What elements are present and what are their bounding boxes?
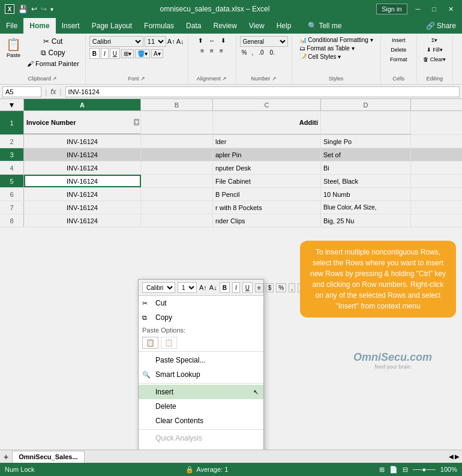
cell-d5[interactable]: Steel, Black	[321, 175, 411, 187]
cell-d4[interactable]: Bi	[321, 161, 411, 174]
cell-a2[interactable]: INV-16124	[24, 135, 141, 148]
cell-a4[interactable]: INV-16124	[24, 161, 141, 174]
font-color-button[interactable]: A▾	[151, 49, 163, 58]
ctx-grow-icon[interactable]: A↑	[199, 284, 207, 291]
italic-button[interactable]: I	[101, 48, 109, 59]
view-layout-icon[interactable]: 📄	[389, 466, 398, 474]
cell-c2[interactable]: lder	[213, 135, 321, 148]
dropdown-icon-a1[interactable]: ▾	[134, 119, 139, 125]
cell-b4[interactable]	[141, 161, 213, 174]
paste-icon-1[interactable]: 📋	[142, 337, 158, 349]
cell-b8[interactable]	[141, 214, 213, 227]
scroll-left-btn[interactable]: ◀	[449, 453, 454, 460]
cell-a1[interactable]: Invoice Number ▾	[24, 111, 141, 134]
cell-b6[interactable]	[141, 188, 213, 200]
row-num-7[interactable]: 7	[0, 201, 24, 214]
tab-page-layout[interactable]: Page Layout	[86, 18, 138, 34]
cell-d8[interactable]: Big, 25 Nu	[321, 214, 411, 227]
ctx-comma-button[interactable]: ,	[289, 283, 295, 292]
ctx-cut[interactable]: ✂ Cut	[139, 296, 263, 310]
cell-c7[interactable]: r with 8 Pockets	[213, 201, 321, 214]
col-header-c[interactable]: C	[213, 99, 321, 110]
delete-cells-button[interactable]: Delete	[388, 46, 409, 54]
new-sheet-btn[interactable]: +	[0, 452, 12, 462]
comma-button[interactable]: ,	[250, 49, 255, 56]
row-num-6[interactable]: 6	[0, 188, 24, 200]
name-box[interactable]	[2, 86, 41, 97]
ctx-delete[interactable]: Delete	[139, 399, 263, 414]
restore-btn[interactable]: □	[428, 4, 440, 14]
ctx-clear-contents[interactable]: Clear Contents	[139, 414, 263, 428]
row-num-2[interactable]: 2	[0, 135, 24, 148]
cell-c8[interactable]: nder Clips	[213, 214, 321, 227]
cut-button[interactable]: ✂ Cut	[25, 36, 82, 47]
cell-a5[interactable]: INV-16124	[24, 175, 141, 187]
format-cells-button[interactable]: Format	[388, 55, 410, 64]
cell-c4[interactable]: nputer Desk	[213, 161, 321, 174]
bold-button[interactable]: B	[89, 48, 100, 59]
cell-b3[interactable]	[141, 148, 213, 161]
row-num-5[interactable]: 5	[0, 175, 24, 187]
cell-b7[interactable]	[141, 201, 213, 214]
ctx-bold-button[interactable]: B	[220, 282, 230, 293]
minimize-btn[interactable]: ─	[412, 4, 424, 14]
tab-tell-me[interactable]: 🔍 Tell me	[302, 18, 347, 34]
quick-save[interactable]: 💾	[18, 5, 28, 14]
font-family-select[interactable]: Calibri	[89, 36, 143, 47]
ctx-filter[interactable]: Filter ▶	[139, 445, 263, 450]
shrink-font-icon[interactable]: A↓	[176, 38, 184, 45]
underline-button[interactable]: U	[110, 48, 120, 59]
align-bottom-button[interactable]: ⬇	[218, 36, 228, 45]
view-normal-icon[interactable]: ⊞	[379, 466, 385, 474]
tab-review[interactable]: Review	[207, 18, 242, 34]
align-center-button[interactable]: ≡	[208, 46, 216, 55]
ctx-copy[interactable]: ⧉ Copy	[139, 310, 263, 325]
cell-b5[interactable]	[141, 175, 213, 187]
col-header-d[interactable]: D	[321, 99, 411, 110]
percent-button[interactable]: %	[240, 49, 249, 56]
row-num-8[interactable]: 8	[0, 214, 24, 227]
cell-c3[interactable]: apler Pin	[213, 148, 321, 161]
formula-input[interactable]	[65, 86, 460, 97]
ctx-size-select[interactable]: 11	[178, 282, 197, 293]
ctx-percent-button[interactable]: %	[276, 283, 286, 292]
paste-icon-2[interactable]: 📋	[161, 337, 177, 349]
cell-b1[interactable]	[141, 111, 213, 134]
ctx-insert[interactable]: Insert ↖	[139, 385, 263, 399]
ctx-italic-button[interactable]: I	[232, 282, 240, 293]
sum-button[interactable]: Σ▾	[429, 36, 440, 44]
cell-c5[interactable]: File Cabinet	[213, 175, 321, 187]
grow-font-icon[interactable]: A↑	[167, 38, 175, 45]
cell-c1[interactable]: Additi	[213, 111, 321, 134]
border-button[interactable]: ⊞▾	[121, 49, 134, 58]
tab-help[interactable]: Help	[271, 18, 298, 34]
cell-d6[interactable]: 10 Numb	[321, 188, 411, 200]
copy-button[interactable]: ⧉ Copy	[25, 47, 82, 58]
tab-home[interactable]: Home	[23, 18, 55, 34]
cell-b2[interactable]	[141, 135, 213, 148]
cell-d1[interactable]	[321, 111, 411, 134]
signin-button[interactable]: Sign in	[376, 4, 407, 14]
align-middle-button[interactable]: ↔	[206, 36, 217, 45]
ctx-currency-button[interactable]: $	[266, 283, 274, 292]
paste-button[interactable]: 📋 Paste	[4, 36, 23, 68]
col-header-a[interactable]: A	[24, 99, 141, 110]
ctx-smart-lookup[interactable]: 🔍 Smart Lookup	[139, 367, 263, 382]
close-btn[interactable]: ✕	[445, 4, 457, 14]
row-num-3[interactable]: 3	[0, 148, 24, 161]
ctx-font-select[interactable]: Calibri	[142, 282, 175, 293]
decrease-decimal-button[interactable]: 0.	[268, 48, 277, 57]
ctx-align-center-button[interactable]: ≡	[255, 283, 263, 292]
sheet-tab-1[interactable]: OmniSecu_Sales...	[12, 451, 84, 463]
ctx-paste-special[interactable]: Paste Special...	[139, 353, 263, 367]
undo-btn[interactable]: ↩	[31, 5, 37, 13]
view-page-break-icon[interactable]: ⊟	[403, 466, 408, 474]
clear-button[interactable]: 🗑 Clear▾	[421, 55, 448, 64]
tab-file[interactable]: File	[0, 18, 23, 34]
zoom-slider[interactable]: ──●──	[413, 466, 436, 473]
cell-d3[interactable]: Set of	[321, 148, 411, 161]
cell-a3[interactable]: INV-16124	[24, 148, 141, 161]
cell-styles-button[interactable]: 📝 Cell Styles ▾	[296, 53, 345, 61]
function-icon[interactable]: fx	[50, 88, 56, 96]
ctx-underline-button[interactable]: U	[242, 282, 253, 293]
